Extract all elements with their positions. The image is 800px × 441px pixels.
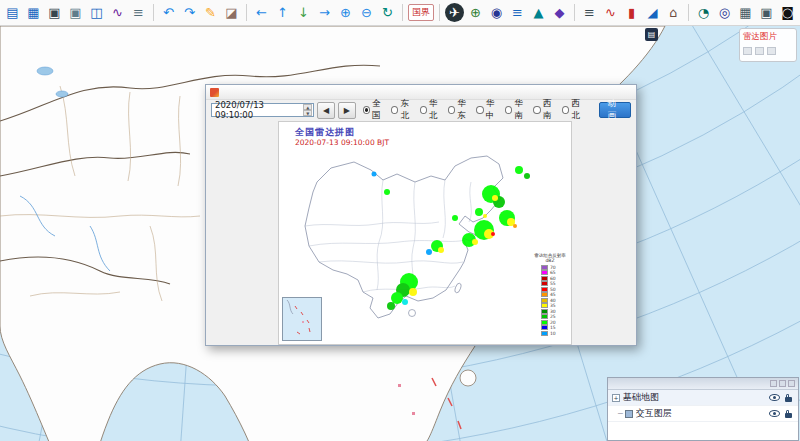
globe-icon[interactable]: ⊕ xyxy=(466,3,485,22)
panel-window-button[interactable] xyxy=(779,380,786,387)
radar-scan-icon[interactable]: ◔ xyxy=(694,3,713,22)
radio-dot[interactable] xyxy=(448,106,455,114)
legend-swatch xyxy=(541,281,548,286)
layer-row[interactable]: ─交互图层 xyxy=(608,406,798,422)
satellite-icon[interactable]: ◉ xyxy=(487,3,506,22)
chart-icon[interactable]: ∿ xyxy=(108,3,127,22)
prev-frame-button[interactable]: ◀ xyxy=(317,102,335,119)
legend-swatch xyxy=(541,292,548,297)
edit-icon[interactable]: ✎ xyxy=(201,3,220,22)
region-radio-3[interactable]: 华东 xyxy=(448,98,472,122)
layer-type-icon xyxy=(625,410,633,418)
datetime-spinner[interactable]: ▲ ▼ xyxy=(303,104,312,116)
visibility-eye-icon[interactable] xyxy=(769,410,780,417)
save-icon[interactable]: ◫ xyxy=(87,3,106,22)
panel-toggle-icon[interactable]: ▤ xyxy=(645,28,658,41)
bar-chart-icon[interactable]: ▮ xyxy=(622,3,641,22)
region-radio-0[interactable]: 全国 xyxy=(363,98,387,122)
expander-icon[interactable]: + xyxy=(612,394,620,402)
region-radio-1[interactable]: 东北 xyxy=(391,98,415,122)
legend-swatch xyxy=(541,287,548,292)
layer-group-row[interactable]: +基础地图 xyxy=(608,390,798,406)
station-icon[interactable]: ⌂ xyxy=(664,3,683,22)
radio-dot[interactable] xyxy=(533,106,540,114)
region-radio-7[interactable]: 西北 xyxy=(562,98,586,122)
lock-icon[interactable] xyxy=(785,397,792,402)
radar-echo xyxy=(391,292,403,304)
radio-dot[interactable] xyxy=(505,106,512,114)
layers-icon[interactable]: ≡ xyxy=(508,3,527,22)
monitor-icon[interactable]: ▣ xyxy=(757,3,776,22)
next-frame-button[interactable]: ▶ xyxy=(338,102,356,119)
legend-value: 45 xyxy=(550,292,556,297)
layer-stack-icon[interactable]: ≡ xyxy=(580,3,599,22)
radar-picture-label: 雷达图片 xyxy=(743,31,793,43)
lock-icon[interactable] xyxy=(785,413,792,418)
line-chart-icon[interactable]: ∿ xyxy=(601,3,620,22)
radar-echo xyxy=(384,189,390,195)
legend-swatch xyxy=(541,265,548,270)
radio-dot[interactable] xyxy=(363,106,370,114)
legend-value: 50 xyxy=(550,287,556,292)
layers-panel-header[interactable] xyxy=(608,378,798,390)
refresh-icon[interactable]: ↻ xyxy=(378,3,397,22)
flight-icon[interactable]: ✈ xyxy=(445,3,464,22)
toolbar-separator xyxy=(402,4,403,21)
display-alt-icon[interactable]: ▣ xyxy=(66,3,85,22)
thumb-chip[interactable] xyxy=(767,47,776,55)
workspace-icon[interactable]: ◆ xyxy=(550,3,569,22)
boundary-button[interactable]: 国界 xyxy=(408,4,434,21)
radio-dot[interactable] xyxy=(562,106,569,114)
camera-icon[interactable]: ◙ xyxy=(778,3,797,22)
legend-swatch xyxy=(541,303,548,308)
pan-right-icon[interactable]: → xyxy=(315,3,334,22)
toolbar-separator xyxy=(246,4,247,21)
panel-window-button[interactable] xyxy=(788,380,795,387)
region-radio-6[interactable]: 西南 xyxy=(533,98,557,122)
region-radio-group: 全国东北华北华东华中华南西南西北 xyxy=(363,98,591,122)
radio-dot[interactable] xyxy=(420,106,427,114)
map-viewport[interactable]: 2020/07/13 09:10:00 ▲ ▼ ◀ ▶ 全国东北华北华东华中华南… xyxy=(0,26,800,441)
radio-dot[interactable] xyxy=(476,106,483,114)
legend-value: 30 xyxy=(550,309,556,314)
radar-echo xyxy=(491,232,495,236)
display-icon[interactable]: ▣ xyxy=(45,3,64,22)
undo-icon[interactable]: ↶ xyxy=(159,3,178,22)
terrain-3d-icon[interactable]: ▲ xyxy=(529,3,548,22)
panel-window-button[interactable] xyxy=(770,380,777,387)
search-icon[interactable]: ◎ xyxy=(715,3,734,22)
radar-mosaic-dialog[interactable]: 2020/07/13 09:10:00 ▲ ▼ ◀ ▶ 全国东北华北华东华中华南… xyxy=(205,84,637,346)
legend-scale: 70656055504540353025201510 xyxy=(532,265,568,337)
spinner-down-icon[interactable]: ▼ xyxy=(303,110,312,116)
region-radio-2[interactable]: 华北 xyxy=(420,98,444,122)
china-radar-map xyxy=(279,122,571,344)
redo-icon[interactable]: ↷ xyxy=(180,3,199,22)
fill-icon[interactable]: ◪ xyxy=(222,3,241,22)
legend-swatch xyxy=(541,276,548,281)
radar-echo xyxy=(452,215,458,221)
thumb-chip[interactable] xyxy=(743,47,752,55)
region-radio-4[interactable]: 华中 xyxy=(476,98,500,122)
pan-left-icon[interactable]: ← xyxy=(252,3,271,22)
zoom-out-icon[interactable]: ⊖ xyxy=(357,3,376,22)
animate-button[interactable]: 动画 xyxy=(599,102,631,118)
zoom-in-icon[interactable]: ⊕ xyxy=(336,3,355,22)
radio-dot[interactable] xyxy=(391,106,398,114)
table-icon[interactable]: ▦ xyxy=(736,3,755,22)
document-icon[interactable]: ≡ xyxy=(129,3,148,22)
region-radio-5[interactable]: 华南 xyxy=(505,98,529,122)
datetime-input[interactable]: 2020/07/13 09:10:00 ▲ ▼ xyxy=(211,103,314,117)
region-label: 西南 xyxy=(543,98,558,122)
radar-echo xyxy=(524,173,530,179)
radar-image[interactable]: 全国雷达拼图 2020-07-13 09:10:00 BJT 雷达组合反射率 d… xyxy=(278,121,572,345)
pan-up-icon[interactable]: ↑ xyxy=(273,3,292,22)
data-grid-icon[interactable]: ▦ xyxy=(24,3,43,22)
pan-down-icon[interactable]: ↓ xyxy=(294,3,313,22)
legend-swatch xyxy=(541,325,548,330)
radar-picture-panel[interactable]: 雷达图片 xyxy=(739,28,797,62)
profile-icon[interactable]: ◢ xyxy=(643,3,662,22)
open-data-icon[interactable]: ▤ xyxy=(3,3,22,22)
layers-panel[interactable]: +基础地图─交互图层 xyxy=(607,377,799,441)
visibility-eye-icon[interactable] xyxy=(769,394,780,401)
thumb-chip[interactable] xyxy=(755,47,764,55)
